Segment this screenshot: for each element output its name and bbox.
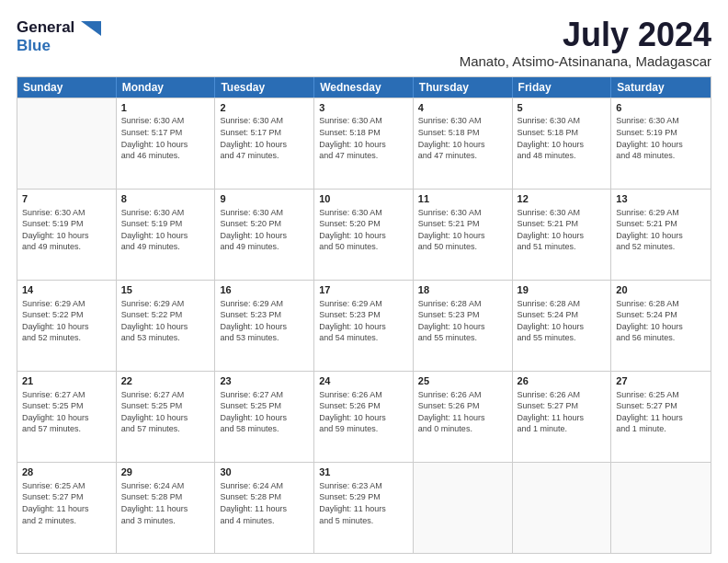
- day-number: 8: [121, 192, 210, 206]
- day-info: Sunrise: 6:27 AMSunset: 5:25 PMDaylight:…: [121, 389, 210, 435]
- day-number: 21: [22, 374, 111, 388]
- day-number: 5: [518, 101, 607, 115]
- day-number: 29: [121, 465, 210, 479]
- calendar-cell: 20Sunrise: 6:28 AMSunset: 5:24 PMDayligh…: [611, 281, 711, 371]
- calendar-cell: [17, 98, 117, 189]
- day-number: 20: [616, 283, 706, 297]
- day-number: 3: [319, 101, 408, 115]
- calendar-row: 1Sunrise: 6:30 AMSunset: 5:17 PMDaylight…: [17, 98, 711, 189]
- calendar-cell: 17Sunrise: 6:29 AMSunset: 5:23 PMDayligh…: [314, 281, 414, 371]
- calendar-cell: 12Sunrise: 6:30 AMSunset: 5:21 PMDayligh…: [513, 190, 612, 280]
- day-info: Sunrise: 6:26 AMSunset: 5:26 PMDaylight:…: [319, 389, 408, 435]
- calendar-row: 14Sunrise: 6:29 AMSunset: 5:22 PMDayligh…: [17, 280, 711, 371]
- calendar-cell: 9Sunrise: 6:30 AMSunset: 5:20 PMDaylight…: [215, 190, 314, 280]
- day-number: 23: [220, 374, 309, 388]
- day-number: 4: [418, 101, 507, 115]
- day-info: Sunrise: 6:30 AMSunset: 5:17 PMDaylight:…: [121, 115, 210, 161]
- calendar-cell: 7Sunrise: 6:30 AMSunset: 5:19 PMDaylight…: [17, 190, 117, 280]
- day-info: Sunrise: 6:23 AMSunset: 5:29 PMDaylight:…: [319, 480, 408, 526]
- day-number: 22: [121, 374, 210, 388]
- logo: General Blue: [17, 17, 101, 54]
- calendar-cell: 13Sunrise: 6:29 AMSunset: 5:21 PMDayligh…: [611, 190, 711, 280]
- day-info: Sunrise: 6:24 AMSunset: 5:28 PMDaylight:…: [220, 480, 309, 526]
- day-info: Sunrise: 6:29 AMSunset: 5:22 PMDaylight:…: [22, 298, 111, 344]
- day-number: 2: [220, 101, 309, 115]
- title-section: July 2024 Manato, Atsimo-Atsinanana, Mad…: [460, 17, 711, 69]
- day-number: 25: [418, 374, 507, 388]
- day-number: 6: [616, 101, 706, 115]
- day-number: 16: [220, 283, 309, 297]
- header-cell-tuesday: Tuesday: [215, 77, 314, 98]
- logo-wordmark: General Blue: [17, 18, 101, 54]
- calendar-cell: 15Sunrise: 6:29 AMSunset: 5:22 PMDayligh…: [117, 281, 216, 371]
- day-info: Sunrise: 6:30 AMSunset: 5:21 PMDaylight:…: [418, 207, 507, 253]
- calendar-cell: 25Sunrise: 6:26 AMSunset: 5:26 PMDayligh…: [414, 372, 513, 462]
- day-info: Sunrise: 6:30 AMSunset: 5:21 PMDaylight:…: [518, 207, 607, 253]
- day-info: Sunrise: 6:28 AMSunset: 5:24 PMDaylight:…: [616, 298, 706, 344]
- day-number: 14: [22, 283, 111, 297]
- day-number: 24: [319, 374, 408, 388]
- day-number: 7: [22, 192, 111, 206]
- calendar-cell: 18Sunrise: 6:28 AMSunset: 5:23 PMDayligh…: [414, 281, 513, 371]
- day-number: 9: [220, 192, 309, 206]
- day-info: Sunrise: 6:30 AMSunset: 5:18 PMDaylight:…: [418, 115, 507, 161]
- header-cell-saturday: Saturday: [611, 77, 711, 98]
- calendar-cell: 11Sunrise: 6:30 AMSunset: 5:21 PMDayligh…: [414, 190, 513, 280]
- day-info: Sunrise: 6:30 AMSunset: 5:20 PMDaylight:…: [220, 207, 309, 253]
- day-info: Sunrise: 6:30 AMSunset: 5:19 PMDaylight:…: [22, 207, 111, 253]
- calendar-cell: 8Sunrise: 6:30 AMSunset: 5:19 PMDaylight…: [117, 190, 216, 280]
- day-number: 1: [121, 101, 210, 115]
- calendar-cell: 21Sunrise: 6:27 AMSunset: 5:25 PMDayligh…: [17, 372, 117, 462]
- day-info: Sunrise: 6:25 AMSunset: 5:27 PMDaylight:…: [616, 389, 706, 435]
- logo-arrow-icon: [81, 21, 101, 36]
- logo-text: General Blue: [17, 18, 101, 54]
- day-number: 27: [616, 374, 706, 388]
- day-info: Sunrise: 6:24 AMSunset: 5:28 PMDaylight:…: [121, 480, 210, 526]
- day-number: 13: [616, 192, 706, 206]
- day-number: 31: [319, 465, 408, 479]
- calendar-cell: 1Sunrise: 6:30 AMSunset: 5:17 PMDaylight…: [117, 98, 216, 189]
- header-cell-friday: Friday: [513, 77, 612, 98]
- header: General Blue July 2024 Manato, Atsimo-At…: [17, 17, 711, 69]
- calendar-row: 7Sunrise: 6:30 AMSunset: 5:19 PMDaylight…: [17, 189, 711, 280]
- header-cell-monday: Monday: [117, 77, 216, 98]
- day-info: Sunrise: 6:30 AMSunset: 5:19 PMDaylight:…: [616, 115, 706, 161]
- calendar-cell: 24Sunrise: 6:26 AMSunset: 5:26 PMDayligh…: [314, 372, 414, 462]
- day-info: Sunrise: 6:25 AMSunset: 5:27 PMDaylight:…: [22, 480, 111, 526]
- page: General Blue July 2024 Manato, Atsimo-At…: [0, 0, 728, 563]
- calendar: SundayMondayTuesdayWednesdayThursdayFrid…: [17, 76, 711, 554]
- calendar-cell: 2Sunrise: 6:30 AMSunset: 5:17 PMDaylight…: [215, 98, 314, 189]
- calendar-cell: 31Sunrise: 6:23 AMSunset: 5:29 PMDayligh…: [314, 463, 414, 553]
- calendar-cell: [414, 463, 513, 553]
- calendar-cell: 19Sunrise: 6:28 AMSunset: 5:24 PMDayligh…: [513, 281, 612, 371]
- calendar-cell: 29Sunrise: 6:24 AMSunset: 5:28 PMDayligh…: [117, 463, 216, 553]
- calendar-cell: 5Sunrise: 6:30 AMSunset: 5:18 PMDaylight…: [513, 98, 612, 189]
- calendar-cell: 10Sunrise: 6:30 AMSunset: 5:20 PMDayligh…: [314, 190, 414, 280]
- calendar-cell: 30Sunrise: 6:24 AMSunset: 5:28 PMDayligh…: [215, 463, 314, 553]
- calendar-cell: [513, 463, 612, 553]
- location-title: Manato, Atsimo-Atsinanana, Madagascar: [460, 53, 711, 69]
- day-number: 11: [418, 192, 507, 206]
- calendar-row: 28Sunrise: 6:25 AMSunset: 5:27 PMDayligh…: [17, 462, 711, 553]
- day-number: 17: [319, 283, 408, 297]
- calendar-cell: 26Sunrise: 6:26 AMSunset: 5:27 PMDayligh…: [513, 372, 612, 462]
- month-title: July 2024: [460, 17, 711, 53]
- calendar-cell: 14Sunrise: 6:29 AMSunset: 5:22 PMDayligh…: [17, 281, 117, 371]
- day-number: 15: [121, 283, 210, 297]
- day-info: Sunrise: 6:30 AMSunset: 5:20 PMDaylight:…: [319, 207, 408, 253]
- day-info: Sunrise: 6:30 AMSunset: 5:17 PMDaylight:…: [220, 115, 309, 161]
- calendar-cell: [611, 463, 711, 553]
- day-number: 30: [220, 465, 309, 479]
- calendar-cell: 16Sunrise: 6:29 AMSunset: 5:23 PMDayligh…: [215, 281, 314, 371]
- day-number: 18: [418, 283, 507, 297]
- day-info: Sunrise: 6:27 AMSunset: 5:25 PMDaylight:…: [220, 389, 309, 435]
- day-number: 28: [22, 465, 111, 479]
- calendar-cell: 28Sunrise: 6:25 AMSunset: 5:27 PMDayligh…: [17, 463, 117, 553]
- day-info: Sunrise: 6:26 AMSunset: 5:26 PMDaylight:…: [418, 389, 507, 435]
- day-info: Sunrise: 6:26 AMSunset: 5:27 PMDaylight:…: [518, 389, 607, 435]
- calendar-cell: 22Sunrise: 6:27 AMSunset: 5:25 PMDayligh…: [117, 372, 216, 462]
- calendar-body: 1Sunrise: 6:30 AMSunset: 5:17 PMDaylight…: [17, 98, 711, 553]
- day-info: Sunrise: 6:28 AMSunset: 5:24 PMDaylight:…: [518, 298, 607, 344]
- day-info: Sunrise: 6:28 AMSunset: 5:23 PMDaylight:…: [418, 298, 507, 344]
- day-info: Sunrise: 6:29 AMSunset: 5:21 PMDaylight:…: [616, 207, 706, 253]
